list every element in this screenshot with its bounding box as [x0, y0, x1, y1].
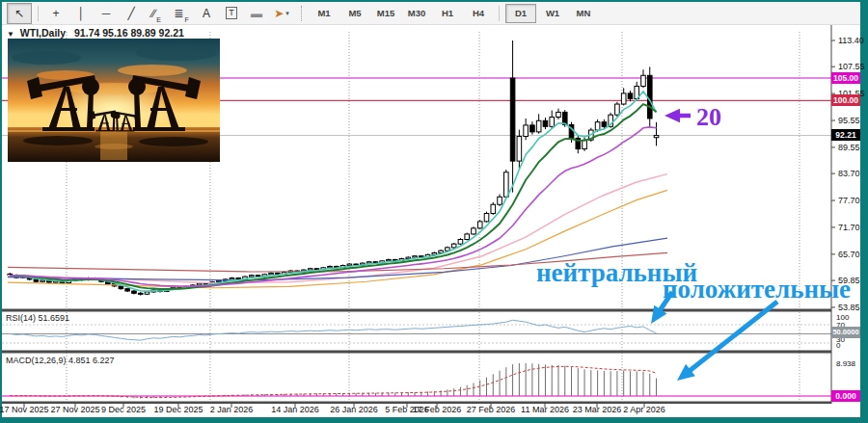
macd-annotation-text[interactable]: положительные	[663, 275, 851, 304]
ohlc-values: 91.74 95.16 89.89 92.21	[74, 27, 184, 39]
rsi-level-box: 50.0000	[831, 327, 860, 338]
current-price-box: 92.21	[831, 129, 860, 141]
oilfield-photo	[8, 39, 220, 162]
ma-period-label[interactable]: 20	[696, 103, 721, 131]
chart-title: ▼ WTI,Daily 91.74 95.16 89.89 92.21	[7, 27, 184, 39]
level-price-box-105: 105.00	[831, 72, 860, 84]
terminal-window: ↖+│─╱∕∕E≣FAT▬➤▾M1M5M15M30H1H4D1W1MN 20 ▼…	[0, 0, 868, 423]
macd-zero-box: 0.000	[831, 390, 860, 402]
annotation-arrows[interactable]: 20	[651, 103, 777, 381]
symbol-period-label: WTI,Daily	[20, 27, 66, 39]
chevron-down-icon[interactable]: ▼	[7, 30, 14, 39]
level-price-box-100: 100.00	[831, 94, 860, 106]
